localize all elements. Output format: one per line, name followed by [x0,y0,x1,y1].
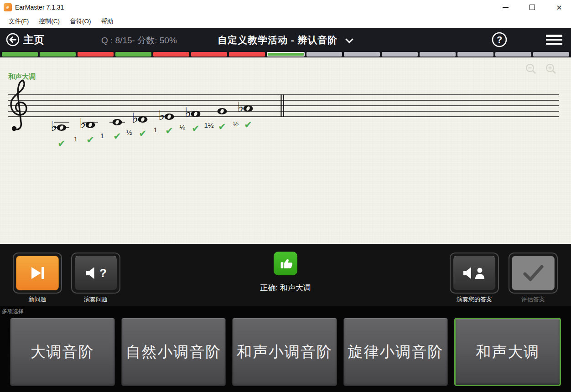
staff-svg: ♭♭♭♭♭♭✔✔✔✔✔✔✔✔11½1½1½½ [0,57,571,244]
progress-segment-12 [420,52,456,57]
flat-sign-6: ♭ [185,104,191,120]
progress-segment-8 [267,52,305,57]
answer-options: 大调音阶自然小调音阶和声小调音阶旋律小调音阶和声大调 [10,318,561,386]
help-button[interactable]: ? [491,31,508,48]
correct-check-icon-8: ✔ [244,119,252,130]
control-bar: 新问题 ? 演奏问题 正确: 和声大调 演奏您的答案 [0,244,571,306]
progress-segment-5 [153,52,189,57]
flat-sign-1: ♭ [51,118,57,134]
progress-segment-4 [115,52,151,57]
interval-label-5: ½ [180,123,186,131]
progress-segment-13 [457,52,493,57]
titlebar: e EarMaster 7.1.31 ✕ [0,0,571,15]
menu-item-4[interactable]: 帮助 [96,15,119,27]
treble-clef-dot [12,126,16,131]
thumbs-up-icon [278,256,293,271]
menu-button[interactable] [546,35,562,45]
evaluate-button [509,253,558,294]
play-answer-button[interactable] [450,253,499,294]
flat-sign-4: ♭ [132,110,138,126]
flat-sign-2: ♭ [79,115,86,131]
close-button[interactable]: ✕ [549,0,570,15]
check-icon [521,264,545,282]
progress-segment-10 [344,52,380,57]
zoom-out-icon [524,62,537,75]
correct-check-icon-3: ✔ [113,131,121,142]
correct-check-icon-1: ✔ [57,138,66,149]
chevron-down-icon [345,38,353,43]
answer-option-4[interactable]: 旋律小调音阶 [343,318,448,386]
zoom-in-icon [545,62,557,75]
correct-check-icon-5: ✔ [165,125,173,136]
close-icon: ✕ [556,4,562,11]
new-question-label: 新问题 [13,295,62,304]
interval-label-3: ½ [126,129,132,136]
correct-check-icon-7: ✔ [218,121,226,132]
menu-item-3[interactable]: 音符(O) [65,15,96,27]
staff-area: 和声大调 ♭♭♭♭♭♭✔✔✔✔✔✔✔✔11½1½1½½ [0,57,571,244]
menu-item-1[interactable]: 文件(F) [4,15,34,27]
question-icon: ? [491,31,508,48]
header-bar: 主页 Q : 8/15- 分数: 50% 自定义教学活动 - 辨认音阶 ? [0,28,571,51]
answer-section-label: 多项选择 [2,308,24,315]
interval-label-4: 1 [154,126,157,134]
progress-segment-2 [40,52,76,57]
progress-segment-9 [306,52,343,57]
maximize-icon [529,5,535,10]
flat-sign-5: ♭ [158,107,165,123]
interval-label-7: ½ [233,120,239,128]
progress-segment-11 [382,52,418,57]
correct-check-icon-2: ✔ [86,134,94,145]
window-title: EarMaster 7.1.31 [15,4,64,11]
feedback-correct-icon [274,252,297,275]
progress-segment-7 [229,52,265,57]
answer-option-3[interactable]: 和声小调音阶 [232,318,337,386]
zoom-out-button[interactable] [524,62,537,75]
activity-title-dropdown[interactable]: 自定义教学活动 - 辨认音阶 [0,34,571,46]
minimize-button[interactable] [495,0,516,15]
progress-bar [0,51,571,57]
question-mark-glyph: ? [99,266,107,280]
progress-segment-1 [2,52,38,57]
interval-label-2: 1 [100,132,104,139]
speaker-icon [85,266,98,280]
evaluate-label: 评估答案 [509,295,558,304]
progress-segment-6 [191,52,227,57]
treble-clef-icon [11,81,26,129]
answer-option-2[interactable]: 自然小调音阶 [121,318,226,386]
progress-segment-14 [495,52,531,57]
play-question-label: 演奏问题 [71,295,120,304]
flat-sign-8: ♭ [237,99,244,115]
play-question-button[interactable]: ? [71,253,120,294]
correct-check-icon-6: ✔ [192,123,200,134]
zoom-in-button[interactable] [545,62,557,75]
feedback-text: 正确: 和声大调 [205,283,366,293]
interval-label-1: 1 [74,135,78,143]
maximize-button[interactable] [522,0,543,15]
play-answer-label: 演奏您的答案 [450,295,499,304]
progress-segment-3 [78,52,114,57]
progress-segment-15 [533,52,569,57]
activity-title: 自定义教学活动 - 辨认音阶 [218,35,338,45]
interval-label-6: 1½ [204,121,214,129]
menubar: 文件(F)控制(C)音符(O)帮助 [0,15,571,28]
answer-option-1[interactable]: 大调音阶 [10,318,115,386]
speaker-person-icon [462,266,486,280]
menu-item-2[interactable]: 控制(C) [34,15,65,27]
skip-next-icon [29,266,46,280]
answer-option-5[interactable]: 和声大调 [454,318,561,386]
new-question-button[interactable] [13,253,62,294]
minimize-icon [503,7,509,8]
svg-text:?: ? [497,35,502,45]
app-icon: e [4,3,12,11]
correct-check-icon-4: ✔ [139,128,147,139]
answer-section: 多项选择 大调音阶自然小调音阶和声小调音阶旋律小调音阶和声大调 [0,306,571,392]
hamburger-icon [546,35,562,37]
